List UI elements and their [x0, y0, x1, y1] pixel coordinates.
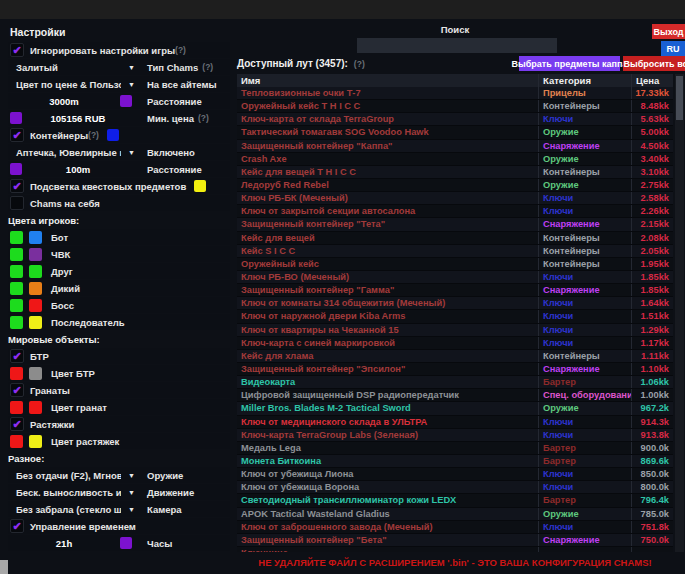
settings-row[interactable]: ✔Растяжки — [8, 416, 230, 432]
table-row[interactable]: Ключ-карта от склада TerraGroupКлючи5.63… — [237, 113, 673, 126]
checkbox-checked[interactable]: ✔ — [10, 179, 24, 193]
table-row[interactable]: Ледоруб Red RebelОружие2.75kk — [237, 179, 673, 192]
settings-row[interactable]: 105156 RUBМин. цена(?) — [8, 110, 230, 126]
table-row[interactable]: Ключ от наружной двери Kiba ArmsКлючи1.5… — [237, 310, 673, 323]
color-swatch-secondary[interactable] — [29, 435, 42, 448]
column-header-price[interactable]: Цена — [631, 74, 673, 87]
table-row[interactable]: Защищенный контейнер "Гамма"Снаряжение1.… — [237, 284, 673, 297]
color-swatch-secondary[interactable] — [29, 299, 42, 312]
settings-row[interactable]: Беск. выносливость и нет уста▼Движение — [8, 484, 230, 500]
settings-row[interactable]: ✔Подсветка квестовых предметов — [8, 178, 230, 194]
table-row[interactable]: Ключ от убежища ВоронаКлючи800.0k — [237, 481, 673, 494]
settings-row[interactable]: Без отдачи (F2), Мгновенное п▼Оружие — [8, 467, 230, 483]
table-row[interactable]: Защищенный контейнер "Каппа"Снаряжение4.… — [237, 140, 673, 153]
dropdown[interactable]: Цвет по цене & Пользователь▼ — [8, 79, 141, 90]
table-row[interactable]: Ключ-карта TerraGroup Labs (Зеленая)Ключ… — [237, 429, 673, 442]
scrollbar-thumb[interactable] — [676, 76, 683, 120]
table-row[interactable]: Кейс для вещей T H I C CКонтейнеры3.10kk — [237, 166, 673, 179]
table-row[interactable]: Цифровой защищенный DSP радиопередатчикС… — [237, 389, 673, 402]
color-swatch[interactable] — [10, 163, 22, 175]
table-row[interactable]: ВидеокартаБартер1.06kk — [237, 376, 673, 389]
settings-row[interactable]: 100mРасстояние — [8, 161, 230, 177]
table-row[interactable]: Ключ-карта с синей маркировкойКлючи1.17k… — [237, 337, 673, 350]
table-row[interactable]: Miller Bros. Blades M-2 Tactical SwordОр… — [237, 402, 673, 415]
value-input[interactable]: 105156 RUB — [22, 113, 134, 124]
settings-row[interactable]: Друг — [8, 263, 230, 279]
table-row[interactable]: Кейс для вещейКонтейнеры2.08kk — [237, 232, 673, 245]
color-swatch-primary[interactable] — [10, 299, 23, 312]
color-swatch[interactable] — [107, 129, 119, 141]
value-input[interactable]: 3000m — [8, 96, 120, 107]
table-row[interactable]: Crash AxeОружие3.40kk — [237, 153, 673, 166]
table-row[interactable]: Ключ от заброшенного завода (Меченый)Клю… — [237, 521, 673, 534]
dropdown[interactable]: Аптечка, Ювелирные и...▼ — [8, 147, 141, 158]
settings-row[interactable]: Без забрала (стекло шлема)▼Камера — [8, 501, 230, 517]
color-swatch-secondary[interactable] — [29, 231, 42, 244]
drop-all-button[interactable]: Выбросить все — [623, 56, 685, 71]
color-swatch-primary[interactable] — [10, 231, 23, 244]
settings-row[interactable]: 21hЧасы — [8, 535, 230, 551]
color-swatch[interactable] — [120, 95, 132, 107]
table-row[interactable]: Светодиодный трансиллюминатор кожи LEDXБ… — [237, 494, 673, 507]
table-row[interactable]: Кейс для хламаКонтейнеры1.11kk — [237, 350, 673, 363]
column-header-name[interactable]: Имя — [237, 75, 538, 86]
resize-handle[interactable] — [0, 560, 8, 574]
table-row[interactable]: Ключ РБ-БК (Меченый)Ключи2.58kk — [237, 192, 673, 205]
dropdown[interactable]: Без отдачи (F2), Мгновенное п▼ — [8, 470, 141, 481]
value-input[interactable]: 100m — [22, 164, 134, 175]
settings-row[interactable]: ✔Контейнеры (?) — [8, 127, 230, 143]
settings-row[interactable]: Цвет растяжек — [8, 433, 230, 449]
color-swatch[interactable] — [120, 537, 132, 549]
settings-row[interactable]: Последователь — [8, 314, 230, 330]
table-row[interactable]: Защищенный контейнер "Тета"Снаряжение2.1… — [237, 218, 673, 231]
table-row[interactable]: Ключ от медицинского склада в УЛЬТРАКлюч… — [237, 416, 673, 429]
table-row[interactable]: Кейс S I C CКонтейнеры2.05kk — [237, 245, 673, 258]
table-row[interactable]: APOK Tactical Wasteland GladiusОружие785… — [237, 508, 673, 521]
color-swatch[interactable] — [194, 180, 206, 192]
table-row[interactable]: Ключ от комнаты 314 общежития (Меченый)К… — [237, 297, 673, 310]
settings-row[interactable]: 3000mРасстояние — [8, 93, 230, 109]
checkbox-checked[interactable]: ✔ — [10, 128, 24, 142]
dropdown[interactable]: Беск. выносливость и нет уста▼ — [8, 487, 141, 498]
table-row[interactable]: Ключ от квартиры на Чеканной 15Ключи1.29… — [237, 324, 673, 337]
settings-row[interactable]: Аптечка, Ювелирные и...▼Включено — [8, 144, 230, 160]
select-kappa-items-button[interactable]: Выбрать предметы каппа — [519, 56, 620, 71]
checkbox-checked[interactable]: ✔ — [10, 43, 24, 57]
color-swatch[interactable] — [10, 112, 22, 124]
table-row[interactable]: Медаль LegaБартер900.0k — [237, 442, 673, 455]
color-swatch-secondary[interactable] — [29, 367, 42, 380]
table-row[interactable]: Ключ от закрытой секции автосалонаКлючи2… — [237, 205, 673, 218]
settings-row[interactable]: Цвет гранат — [8, 399, 230, 415]
exit-button[interactable]: Выход — [652, 24, 685, 39]
table-scrollbar[interactable] — [675, 74, 684, 552]
settings-row[interactable]: Цвет по цене & Пользователь▼На все айтем… — [8, 76, 230, 92]
checkbox-checked[interactable]: ✔ — [10, 349, 24, 363]
color-swatch-primary[interactable] — [10, 401, 23, 414]
settings-row[interactable]: ЧВК — [8, 246, 230, 262]
dropdown[interactable]: Залитый▼ — [8, 62, 141, 73]
color-swatch-secondary[interactable] — [29, 282, 42, 295]
dropdown[interactable]: Без забрала (стекло шлема)▼ — [8, 504, 141, 515]
table-row[interactable]: Защищенный контейнер "Бета"Снаряжение750… — [237, 534, 673, 547]
table-row[interactable]: Тепловизионные очки Т-7Прицелы17.33kk — [237, 87, 673, 100]
value-input[interactable]: 21h — [8, 538, 120, 549]
settings-row[interactable]: Дикий — [8, 280, 230, 296]
checkbox[interactable] — [10, 196, 24, 210]
color-swatch-secondary[interactable] — [29, 248, 42, 261]
color-swatch-primary[interactable] — [10, 265, 23, 278]
table-row[interactable]: Оружейный кейс T H I C CКонтейнеры8.48kk — [237, 100, 673, 113]
settings-row[interactable]: Залитый▼Тип Chams(?) — [8, 59, 230, 75]
settings-row[interactable]: ✔Игнорировать настройки игры (?) — [8, 42, 230, 58]
color-swatch-secondary[interactable] — [29, 265, 42, 278]
table-row[interactable]: Ключ РБ-ВО (Меченый)Ключи1.85kk — [237, 271, 673, 284]
color-swatch-primary[interactable] — [10, 282, 23, 295]
color-swatch-primary[interactable] — [10, 248, 23, 261]
checkbox-checked[interactable]: ✔ — [10, 417, 24, 431]
color-swatch-primary[interactable] — [10, 435, 23, 448]
settings-row[interactable]: Цвет БТР — [8, 365, 230, 381]
search-input[interactable] — [357, 38, 557, 53]
color-swatch-primary[interactable] — [10, 316, 23, 329]
color-swatch-primary[interactable] — [10, 367, 23, 380]
table-row[interactable]: Оружейный кейсКонтейнеры1.95kk — [237, 258, 673, 271]
language-button[interactable]: RU — [661, 41, 685, 56]
